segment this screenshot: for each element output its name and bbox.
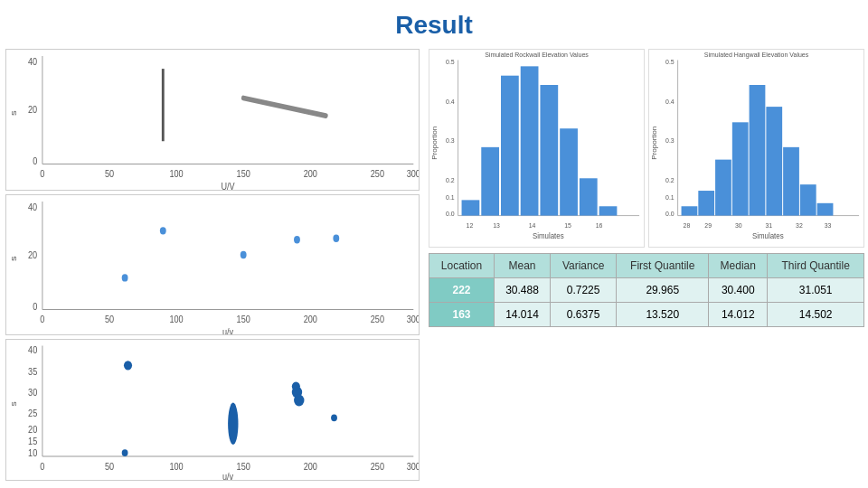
col-header-first-quantile: First Quantile: [617, 254, 709, 278]
svg-text:50: 50: [105, 313, 114, 324]
svg-point-32: [294, 236, 300, 243]
svg-text:0.5: 0.5: [446, 58, 455, 67]
svg-rect-76: [521, 66, 539, 215]
svg-text:0: 0: [33, 155, 37, 166]
svg-rect-104: [800, 184, 816, 215]
svg-text:50: 50: [105, 462, 115, 473]
svg-text:10: 10: [28, 448, 38, 459]
svg-text:0.2: 0.2: [665, 175, 675, 184]
svg-text:0.1: 0.1: [665, 193, 675, 202]
svg-text:200: 200: [304, 313, 317, 324]
svg-text:u/v: u/v: [222, 325, 234, 334]
median-222: 30.400: [709, 278, 768, 303]
svg-text:20: 20: [28, 104, 37, 115]
svg-text:0.5: 0.5: [665, 58, 675, 67]
location-163: 163: [429, 303, 495, 327]
svg-rect-105: [817, 203, 834, 216]
histograms-row: Simulated Rockwall Elevation Values 0.5 …: [429, 49, 864, 248]
svg-text:0: 0: [33, 300, 37, 311]
col-header-third-quantile: Third Quantile: [768, 254, 864, 278]
svg-text:0: 0: [40, 462, 45, 473]
svg-point-31: [241, 251, 247, 258]
svg-rect-74: [481, 147, 499, 216]
col-header-mean: Mean: [495, 254, 551, 278]
median-163: 14.012: [709, 303, 768, 327]
first-quantile-163: 13.520: [617, 303, 709, 327]
svg-line-15: [243, 98, 326, 116]
svg-text:20: 20: [28, 425, 38, 436]
svg-rect-103: [783, 147, 799, 216]
svg-rect-98: [698, 191, 714, 216]
svg-rect-79: [580, 178, 598, 215]
svg-rect-100: [732, 122, 749, 215]
table-row: 163 14.014 0.6375 13.520 14.012 14.502: [429, 303, 864, 327]
svg-point-56: [294, 395, 304, 407]
svg-text:15: 15: [564, 221, 571, 230]
svg-text:20: 20: [28, 249, 37, 260]
svg-text:150: 150: [237, 168, 250, 179]
histogram-hangwall: Simulated Hangwall Elevation Values 0.5 …: [648, 49, 864, 248]
svg-text:U/V: U/V: [222, 181, 235, 190]
svg-text:0: 0: [40, 168, 44, 179]
svg-text:0.0: 0.0: [665, 209, 675, 218]
scatter-plot-1: 40 20 0 0 50 100 150 200 250 300 U/V s: [5, 49, 420, 191]
svg-rect-101: [750, 85, 766, 216]
histogram-hangwall-title: Simulated Hangwall Elevation Values: [649, 52, 863, 58]
svg-rect-77: [540, 85, 558, 216]
svg-rect-80: [599, 206, 618, 215]
third-quantile-163: 14.502: [768, 303, 864, 327]
svg-text:Simulates: Simulates: [752, 230, 784, 240]
svg-text:29: 29: [704, 221, 712, 230]
page-title: Result: [0, 0, 868, 40]
variance-163: 0.6375: [550, 303, 616, 327]
col-header-location: Location: [429, 254, 495, 278]
svg-rect-102: [766, 107, 782, 215]
svg-text:0: 0: [40, 313, 44, 324]
mean-163: 14.014: [495, 303, 551, 327]
svg-text:0.2: 0.2: [446, 175, 455, 184]
col-header-variance: Variance: [550, 254, 616, 278]
svg-point-30: [160, 227, 166, 234]
svg-text:250: 250: [371, 313, 384, 324]
svg-text:40: 40: [28, 202, 37, 212]
svg-text:30: 30: [28, 388, 38, 399]
svg-point-34: [122, 274, 128, 281]
main-content: 40 20 0 0 50 100 150 200 250 300 U/V s: [0, 45, 868, 488]
svg-text:35: 35: [28, 366, 37, 377]
svg-text:13: 13: [493, 221, 500, 230]
results-table: Location Mean Variance First Quantile Me…: [429, 253, 864, 327]
svg-text:s: s: [9, 402, 18, 407]
svg-point-33: [333, 234, 339, 241]
svg-text:u/v: u/v: [222, 471, 233, 480]
svg-text:31: 31: [765, 221, 772, 230]
scatter-plot-3: 40 35 30 25 20 15 10 0 50 100 150 200 25…: [5, 339, 420, 481]
svg-rect-78: [560, 128, 578, 215]
variance-222: 0.7225: [550, 278, 616, 303]
svg-text:28: 28: [684, 221, 691, 230]
svg-rect-73: [462, 200, 480, 215]
third-quantile-222: 31.051: [768, 278, 864, 303]
col-header-median: Median: [709, 254, 768, 278]
svg-text:100: 100: [170, 462, 184, 473]
svg-text:40: 40: [28, 56, 37, 67]
svg-text:0.3: 0.3: [665, 136, 675, 145]
svg-text:32: 32: [796, 221, 803, 230]
mean-222: 30.488: [495, 278, 551, 303]
svg-text:25: 25: [28, 408, 37, 419]
svg-text:0.3: 0.3: [446, 136, 455, 145]
svg-rect-75: [501, 76, 519, 216]
svg-text:100: 100: [170, 168, 184, 179]
svg-text:100: 100: [170, 313, 184, 324]
svg-text:300: 300: [407, 462, 419, 473]
svg-text:0.4: 0.4: [665, 97, 675, 106]
svg-text:s: s: [9, 256, 18, 261]
svg-text:16: 16: [596, 221, 603, 230]
svg-text:40: 40: [28, 345, 38, 356]
svg-text:Proportion: Proportion: [430, 127, 438, 160]
svg-text:300: 300: [407, 313, 419, 324]
svg-text:250: 250: [371, 168, 384, 179]
svg-rect-97: [682, 206, 698, 215]
svg-point-57: [292, 382, 300, 391]
svg-text:150: 150: [237, 313, 250, 324]
svg-point-59: [122, 450, 128, 457]
